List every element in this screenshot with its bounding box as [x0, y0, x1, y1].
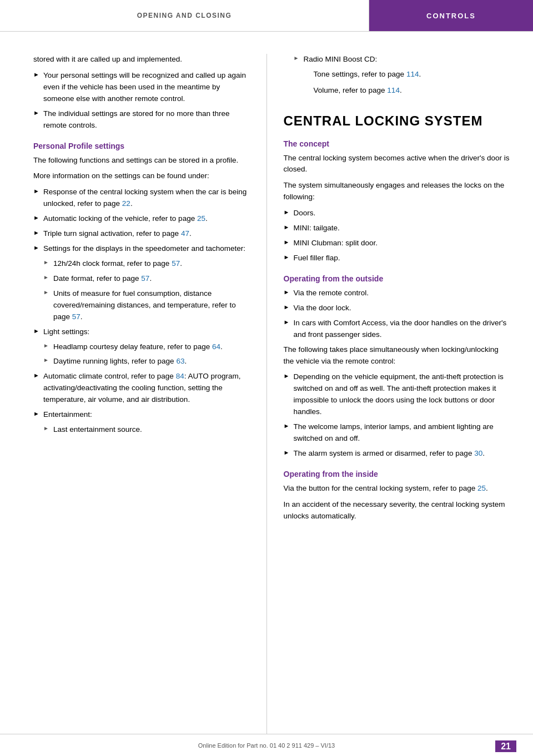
bullet-arrow-icon: ►: [33, 229, 43, 240]
tone-settings-text: Tone settings, refer to page 114.: [314, 69, 511, 80]
page-link-30[interactable]: 30: [474, 449, 482, 457]
bullet-arrow-icon: ►: [284, 239, 294, 249]
bullet-arrow-icon: ►: [284, 319, 294, 341]
personal-profile-heading: Personal Profile settings: [33, 142, 250, 150]
bullet-text: Radio MINI Boost CD:: [304, 54, 511, 65]
bullet-arrow-icon: ►: [33, 214, 43, 225]
bullet-text: Fuel filler flap.: [294, 253, 511, 264]
list-item: ► MINI: tailgate.: [284, 223, 511, 234]
list-item: ► Automatic climate control, refer to pa…: [33, 371, 250, 406]
personal-profile-intro1: The following functions and settings can…: [33, 155, 250, 167]
page-link-47[interactable]: 47: [181, 229, 189, 238]
footer-text: Online Edition for Part no. 01 40 2 911 …: [198, 742, 335, 749]
page-link-114a[interactable]: 114: [406, 70, 419, 78]
page-link-57b[interactable]: 57: [141, 274, 149, 283]
bullet-text: The alarm system is armed or disarmed, r…: [294, 448, 511, 460]
bullet-arrow-icon: ►: [284, 254, 294, 264]
bullet-text: The individual settings are stored for n…: [43, 108, 250, 132]
bullet-arrow-icon: ►: [33, 244, 43, 255]
bullet-arrow-icon: ►: [284, 449, 294, 460]
bullet-arrow-icon: ►: [43, 342, 53, 353]
list-item: ► Headlamp courtesy delay feature, refer…: [33, 341, 250, 353]
page-link-84[interactable]: 84: [176, 372, 184, 380]
bullet-arrow-icon: ►: [33, 327, 43, 338]
bullet-arrow-icon: ►: [43, 357, 53, 367]
page-link-64[interactable]: 64: [212, 342, 220, 351]
list-item: ► Automatic locking of the vehicle, refe…: [33, 213, 250, 225]
bullet-text: 12h/24h clock format, refer to page 57.: [53, 258, 250, 270]
page-link-25-inside[interactable]: 25: [477, 484, 486, 492]
opening-closing-label: OPENING AND CLOSING: [137, 12, 232, 19]
bullet-arrow-icon: ►: [33, 71, 43, 105]
bullet-text: Headlamp courtesy delay feature, refer t…: [53, 341, 250, 353]
bullet-text: Automatic climate control, refer to page…: [43, 371, 250, 406]
bullet-text: Automatic locking of the vehicle, refer …: [43, 213, 250, 225]
page-link-57c[interactable]: 57: [72, 313, 81, 321]
bullet-arrow-icon: ►: [284, 289, 294, 299]
central-locking-heading: CENTRAL LOCKING SYSTEM: [284, 113, 511, 129]
outside-heading: Operating from the outside: [284, 274, 511, 283]
list-item: ► Doors.: [284, 208, 511, 219]
bullet-arrow-icon: ►: [284, 372, 294, 418]
list-item: ► 12h/24h clock format, refer to page 57…: [33, 258, 250, 270]
bullet-text: Date format, refer to page 57.: [53, 273, 250, 285]
intro-text: stored with it are called up and impleme…: [33, 54, 250, 65]
header-left-label: OPENING AND CLOSING: [0, 0, 369, 31]
bullet-arrow-icon: ►: [284, 304, 294, 314]
list-item: ► Response of the central locking system…: [33, 187, 250, 210]
bullet-arrow-icon: ►: [33, 410, 43, 421]
page-link-63[interactable]: 63: [176, 357, 184, 365]
concept-para1: The central locking system becomes activ…: [284, 153, 511, 176]
page-link-57a[interactable]: 57: [172, 259, 180, 268]
bullet-text: Your personal settings will be recognize…: [43, 70, 250, 105]
list-item: ► Last entertainment source.: [33, 424, 250, 436]
bullet-arrow-icon: ►: [33, 188, 43, 210]
bullet-text: Daytime running lights, refer to page 63…: [53, 356, 250, 367]
inside-para2: In an accident of the necessary severity…: [284, 499, 511, 522]
bullet-text: Depending on the vehicle equipment, the …: [294, 371, 511, 418]
bullet-text: MINI Clubman: split door.: [294, 238, 511, 249]
bullet-text: The welcome lamps, interior lamps, and a…: [294, 421, 511, 445]
list-item: ► Entertainment:: [33, 409, 250, 421]
inside-heading: Operating from the inside: [284, 470, 511, 478]
list-item: ► Date format, refer to page 57.: [33, 273, 250, 285]
list-item: ► Settings for the displays in the speed…: [33, 243, 250, 255]
header-right-label: CONTROLS: [369, 0, 533, 31]
list-item: ► Radio MINI Boost CD:: [284, 54, 511, 65]
bullet-text: Via the door lock.: [294, 303, 511, 314]
bullet-text: Via the remote control.: [294, 288, 511, 299]
list-item: ► The welcome lamps, interior lamps, and…: [284, 421, 511, 445]
page-link-25[interactable]: 25: [197, 214, 205, 223]
list-item: ► MINI Clubman: split door.: [284, 238, 511, 249]
bullet-text: MINI: tailgate.: [294, 223, 511, 234]
controls-label: CONTROLS: [426, 12, 476, 20]
list-item: ► Via the door lock.: [284, 303, 511, 314]
list-item: ► Triple turn signal activation, refer t…: [33, 228, 250, 240]
page-footer: Online Edition for Part no. 01 40 2 911 …: [0, 734, 533, 756]
bullet-arrow-icon: ►: [43, 259, 53, 270]
page-link-22[interactable]: 22: [122, 199, 130, 208]
bullet-text: Last entertainment source.: [53, 424, 250, 436]
content-area: stored with it are called up and impleme…: [0, 32, 533, 734]
bullet-arrow-icon: ►: [33, 109, 43, 132]
list-item: ► In cars with Comfort Access, via the d…: [284, 317, 511, 341]
left-column: stored with it are called up and impleme…: [0, 54, 266, 734]
page-number: 21: [495, 742, 516, 752]
bullet-arrow-icon: ►: [284, 224, 294, 234]
bullet-arrow-icon: ►: [43, 274, 53, 285]
concept-para2: The system simultaneously engages and re…: [284, 180, 511, 203]
bullet-text: Triple turn signal activation, refer to …: [43, 228, 250, 240]
personal-profile-intro2: More information on the settings can be …: [33, 170, 250, 182]
list-item: ► Fuel filler flap.: [284, 253, 511, 264]
list-item: ► Light settings:: [33, 326, 250, 338]
list-item: ► Depending on the vehicle equipment, th…: [284, 371, 511, 418]
right-column: ► Radio MINI Boost CD: Tone settings, re…: [267, 54, 533, 734]
list-item: ► The alarm system is armed or disarmed,…: [284, 448, 511, 460]
list-item: ► Units of measure for fuel consumption,…: [33, 288, 250, 323]
concept-heading: The concept: [284, 139, 511, 148]
bullet-arrow-icon: ►: [43, 425, 53, 436]
list-item: ► The individual settings are stored for…: [33, 108, 250, 132]
page-link-114b[interactable]: 114: [387, 86, 400, 94]
bullet-arrow-icon: ►: [294, 55, 304, 65]
bullet-text: In cars with Comfort Access, via the doo…: [294, 317, 511, 341]
